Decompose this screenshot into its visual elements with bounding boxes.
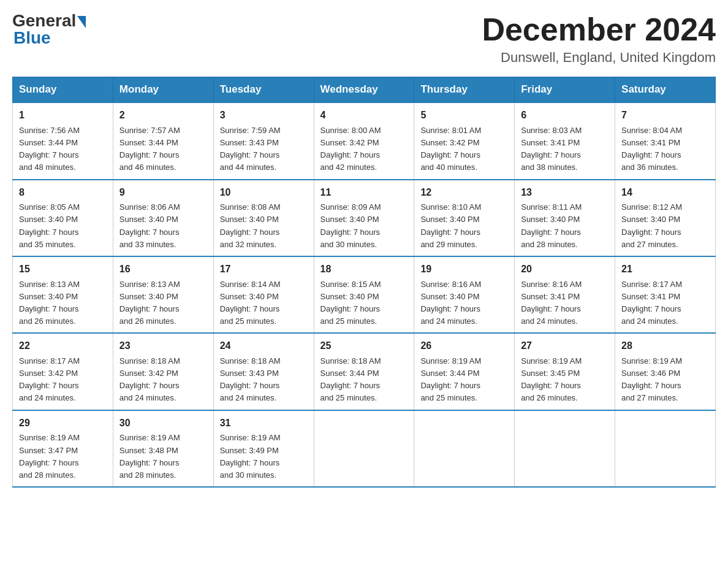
- calendar-day-1: 1Sunrise: 7:56 AMSunset: 3:44 PMDaylight…: [13, 102, 113, 179]
- logo-arrow-icon: [77, 16, 86, 28]
- title-section: December 2024 Dunswell, England, United …: [482, 12, 716, 66]
- calendar-day-7: 7Sunrise: 8:04 AMSunset: 3:41 PMDaylight…: [615, 102, 716, 179]
- empty-cell: [615, 410, 716, 487]
- col-header-sunday: Sunday: [13, 77, 113, 103]
- day-number-5: 5: [420, 108, 508, 123]
- day-number-17: 17: [220, 262, 308, 277]
- calendar-day-6: 6Sunrise: 8:03 AMSunset: 3:41 PMDaylight…: [515, 102, 615, 179]
- col-header-wednesday: Wednesday: [314, 77, 414, 103]
- calendar-day-5: 5Sunrise: 8:01 AMSunset: 3:42 PMDaylight…: [414, 102, 515, 179]
- col-header-saturday: Saturday: [615, 77, 716, 103]
- calendar-week-5: 29Sunrise: 8:19 AMSunset: 3:47 PMDayligh…: [13, 410, 716, 487]
- day-info-2: Sunrise: 7:57 AMSunset: 3:44 PMDaylight:…: [119, 124, 207, 174]
- day-info-10: Sunrise: 8:08 AMSunset: 3:40 PMDaylight:…: [220, 201, 308, 251]
- day-info-21: Sunrise: 8:17 AMSunset: 3:41 PMDaylight:…: [621, 278, 709, 328]
- day-number-9: 9: [119, 185, 207, 201]
- calendar-week-4: 22Sunrise: 8:17 AMSunset: 3:42 PMDayligh…: [13, 333, 716, 410]
- day-info-23: Sunrise: 8:18 AMSunset: 3:42 PMDaylight:…: [119, 355, 207, 405]
- calendar-day-2: 2Sunrise: 7:57 AMSunset: 3:44 PMDaylight…: [113, 102, 213, 179]
- calendar-day-26: 26Sunrise: 8:19 AMSunset: 3:44 PMDayligh…: [414, 333, 515, 410]
- empty-cell: [314, 410, 414, 487]
- day-number-25: 25: [320, 339, 408, 354]
- day-info-8: Sunrise: 8:05 AMSunset: 3:40 PMDaylight:…: [19, 201, 107, 251]
- col-header-tuesday: Tuesday: [213, 77, 314, 103]
- day-info-13: Sunrise: 8:11 AMSunset: 3:40 PMDaylight:…: [521, 201, 609, 251]
- empty-cell: [515, 410, 615, 487]
- calendar-day-8: 8Sunrise: 8:05 AMSunset: 3:40 PMDaylight…: [13, 180, 113, 256]
- day-info-16: Sunrise: 8:13 AMSunset: 3:40 PMDaylight:…: [119, 278, 207, 328]
- day-info-9: Sunrise: 8:06 AMSunset: 3:40 PMDaylight:…: [119, 201, 207, 251]
- day-number-23: 23: [119, 339, 207, 354]
- day-number-27: 27: [521, 339, 609, 354]
- calendar-day-29: 29Sunrise: 8:19 AMSunset: 3:47 PMDayligh…: [13, 410, 113, 487]
- day-number-30: 30: [119, 416, 207, 431]
- calendar-day-4: 4Sunrise: 8:00 AMSunset: 3:42 PMDaylight…: [314, 102, 414, 179]
- day-info-19: Sunrise: 8:16 AMSunset: 3:40 PMDaylight:…: [420, 278, 508, 328]
- day-number-18: 18: [320, 262, 408, 277]
- calendar-day-13: 13Sunrise: 8:11 AMSunset: 3:40 PMDayligh…: [515, 180, 615, 256]
- calendar-day-21: 21Sunrise: 8:17 AMSunset: 3:41 PMDayligh…: [615, 256, 716, 333]
- calendar-day-3: 3Sunrise: 7:59 AMSunset: 3:43 PMDaylight…: [213, 102, 314, 179]
- calendar-day-24: 24Sunrise: 8:18 AMSunset: 3:43 PMDayligh…: [213, 333, 314, 410]
- calendar-day-28: 28Sunrise: 8:19 AMSunset: 3:46 PMDayligh…: [615, 333, 716, 410]
- day-number-2: 2: [119, 108, 207, 123]
- day-number-24: 24: [220, 339, 308, 354]
- day-info-26: Sunrise: 8:19 AMSunset: 3:44 PMDaylight:…: [420, 355, 508, 405]
- calendar-day-25: 25Sunrise: 8:18 AMSunset: 3:44 PMDayligh…: [314, 333, 414, 410]
- day-info-12: Sunrise: 8:10 AMSunset: 3:40 PMDaylight:…: [420, 201, 508, 251]
- day-number-4: 4: [320, 108, 408, 123]
- day-info-28: Sunrise: 8:19 AMSunset: 3:46 PMDaylight:…: [621, 355, 709, 405]
- month-title: December 2024: [482, 12, 716, 47]
- calendar-day-20: 20Sunrise: 8:16 AMSunset: 3:41 PMDayligh…: [515, 256, 615, 333]
- day-info-7: Sunrise: 8:04 AMSunset: 3:41 PMDaylight:…: [621, 124, 709, 174]
- day-number-15: 15: [19, 262, 107, 277]
- day-number-26: 26: [420, 339, 508, 354]
- calendar-day-18: 18Sunrise: 8:15 AMSunset: 3:40 PMDayligh…: [314, 256, 414, 333]
- day-number-7: 7: [621, 108, 709, 123]
- col-header-friday: Friday: [515, 77, 615, 103]
- calendar-day-23: 23Sunrise: 8:18 AMSunset: 3:42 PMDayligh…: [113, 333, 213, 410]
- day-info-3: Sunrise: 7:59 AMSunset: 3:43 PMDaylight:…: [220, 124, 308, 174]
- empty-cell: [414, 410, 515, 487]
- day-info-4: Sunrise: 8:00 AMSunset: 3:42 PMDaylight:…: [320, 124, 408, 174]
- day-number-11: 11: [320, 185, 408, 201]
- day-number-13: 13: [521, 185, 609, 201]
- calendar-day-27: 27Sunrise: 8:19 AMSunset: 3:45 PMDayligh…: [515, 333, 615, 410]
- calendar-week-2: 8Sunrise: 8:05 AMSunset: 3:40 PMDaylight…: [13, 180, 716, 256]
- day-info-1: Sunrise: 7:56 AMSunset: 3:44 PMDaylight:…: [19, 124, 107, 174]
- calendar-table: SundayMondayTuesdayWednesdayThursdayFrid…: [12, 77, 716, 488]
- day-number-6: 6: [521, 108, 609, 123]
- day-info-31: Sunrise: 8:19 AMSunset: 3:49 PMDaylight:…: [220, 432, 308, 481]
- calendar-day-14: 14Sunrise: 8:12 AMSunset: 3:40 PMDayligh…: [615, 180, 716, 256]
- day-number-3: 3: [220, 108, 308, 123]
- page-header: General Blue December 2024 Dunswell, Eng…: [12, 12, 716, 66]
- logo-blue-text: Blue: [13, 28, 51, 48]
- day-info-17: Sunrise: 8:14 AMSunset: 3:40 PMDaylight:…: [220, 278, 308, 328]
- day-info-14: Sunrise: 8:12 AMSunset: 3:40 PMDaylight:…: [621, 201, 709, 251]
- day-number-31: 31: [220, 416, 308, 431]
- day-number-14: 14: [621, 185, 709, 201]
- calendar-day-9: 9Sunrise: 8:06 AMSunset: 3:40 PMDaylight…: [113, 180, 213, 256]
- day-number-12: 12: [420, 185, 508, 201]
- day-info-22: Sunrise: 8:17 AMSunset: 3:42 PMDaylight:…: [19, 355, 107, 405]
- day-number-28: 28: [621, 339, 709, 354]
- calendar-day-10: 10Sunrise: 8:08 AMSunset: 3:40 PMDayligh…: [213, 180, 314, 256]
- day-number-16: 16: [119, 262, 207, 277]
- day-info-18: Sunrise: 8:15 AMSunset: 3:40 PMDaylight:…: [320, 278, 408, 328]
- day-info-29: Sunrise: 8:19 AMSunset: 3:47 PMDaylight:…: [19, 432, 107, 481]
- day-info-6: Sunrise: 8:03 AMSunset: 3:41 PMDaylight:…: [521, 124, 609, 174]
- logo-general-text: General: [12, 12, 76, 29]
- calendar-day-22: 22Sunrise: 8:17 AMSunset: 3:42 PMDayligh…: [13, 333, 113, 410]
- day-number-19: 19: [420, 262, 508, 277]
- day-number-22: 22: [19, 339, 107, 354]
- day-info-24: Sunrise: 8:18 AMSunset: 3:43 PMDaylight:…: [220, 355, 308, 405]
- day-info-5: Sunrise: 8:01 AMSunset: 3:42 PMDaylight:…: [420, 124, 508, 174]
- day-number-8: 8: [19, 185, 107, 201]
- col-header-monday: Monday: [113, 77, 213, 103]
- location: Dunswell, England, United Kingdom: [482, 50, 716, 66]
- day-number-21: 21: [621, 262, 709, 277]
- calendar-day-16: 16Sunrise: 8:13 AMSunset: 3:40 PMDayligh…: [113, 256, 213, 333]
- calendar-day-12: 12Sunrise: 8:10 AMSunset: 3:40 PMDayligh…: [414, 180, 515, 256]
- day-number-10: 10: [220, 185, 308, 201]
- calendar-day-31: 31Sunrise: 8:19 AMSunset: 3:49 PMDayligh…: [213, 410, 314, 487]
